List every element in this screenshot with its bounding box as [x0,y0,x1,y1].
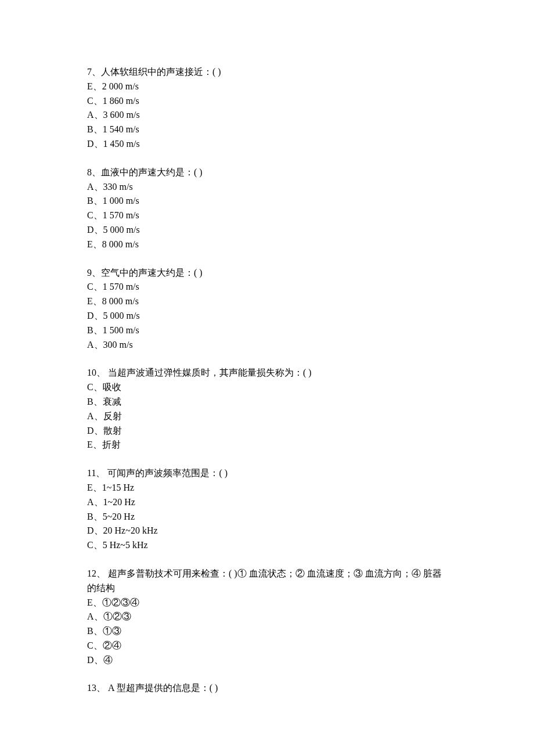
opt-letter: E [87,296,93,306]
option: B、1 540 m/s [87,123,447,137]
opt-letter: A [87,611,94,621]
option: D、1 450 m/s [87,137,447,152]
opt-letter: A [87,411,94,421]
option: C、1 570 m/s [87,208,447,223]
page-content: 7、人体软组织中的声速接近：( ) E、2 000 m/s C、1 860 m/… [0,0,534,744]
option: A、330 m/s [87,180,447,195]
q-number: 7 [87,67,92,77]
opt-text: 反射 [103,411,122,421]
question-text: 7、人体软组织中的声速接近：( ) [87,65,447,80]
opt-letter: E [87,81,93,91]
option: B、5~20 Hz [87,510,447,524]
opt-text: 5~20 Hz [103,512,135,521]
opt-letter: A [87,497,94,507]
option: A、3 600 m/s [87,108,447,123]
q-number: 13 [87,683,96,693]
option: A、1~20 Hz [87,495,447,510]
opt-text: ①③ [103,626,121,636]
opt-letter: B [87,397,93,406]
opt-letter: C [87,382,93,392]
opt-letter: D [87,525,94,535]
opt-letter: D [87,311,94,321]
opt-letter: A [87,340,94,350]
opt-letter: C [87,540,93,550]
q-body: 超声多普勒技术可用来检查：( )① 血流状态；② 血流速度；③ 血流方向；④ 脏… [87,568,442,593]
question-7: 7、人体软组织中的声速接近：( ) E、2 000 m/s C、1 860 m/… [87,65,447,152]
opt-text: 300 m/s [103,340,133,350]
opt-letter: C [87,640,93,650]
question-text: 11、 可闻声的声波频率范围是：( ) [87,466,447,481]
option: E、折射 [87,438,447,452]
question-text: 12、 超声多普勒技术可用来检查：( )① 血流状态；② 血流速度；③ 血流方向… [87,567,447,596]
q-number: 8 [87,167,92,177]
question-8: 8、血液中的声速大约是：( ) A、330 m/s B、1 000 m/s C、… [87,165,447,252]
option: A、反射 [87,409,447,424]
opt-letter: D [87,426,94,435]
option: C、吸收 [87,380,447,395]
question-11: 11、 可闻声的声波频率范围是：( ) E、1~15 Hz A、1~20 Hz … [87,466,447,553]
option: E、8 000 m/s [87,294,447,309]
opt-text: 5 Hz~5 kHz [103,540,148,550]
opt-letter: A [87,110,94,120]
opt-text: ④ [103,655,113,665]
opt-text: 衰减 [103,397,121,406]
option: B、衰减 [87,395,447,409]
opt-text: 3 600 m/s [103,110,140,120]
opt-letter: D [87,225,94,235]
question-text: 8、血液中的声速大约是：( ) [87,165,447,180]
question-text: 10、 当超声波通过弹性媒质时，其声能量损失称为：( ) [87,366,447,380]
opt-text: 1 570 m/s [103,210,139,220]
q-number: 12 [87,568,96,578]
opt-text: 20 Hz~20 kHz [103,525,158,535]
option: B、1 000 m/s [87,194,447,208]
option: B、①③ [87,624,447,639]
question-10: 10、 当超声波通过弹性媒质时，其声能量损失称为：( ) C、吸收 B、衰减 A… [87,366,447,452]
option: D、5 000 m/s [87,223,447,237]
opt-letter: B [87,325,93,335]
q-number: 9 [87,268,92,278]
option: E、1~15 Hz [87,481,447,495]
opt-letter: C [87,96,93,106]
opt-letter: B [87,512,93,521]
opt-letter: B [87,196,93,206]
opt-text: ①②③ [103,611,131,621]
opt-letter: C [87,210,93,220]
opt-letter: E [87,239,93,249]
q-body: A 型超声提供的信息是：( ) [106,683,218,693]
opt-text: 2 000 m/s [102,81,139,91]
option: D、20 Hz~20 kHz [87,524,447,538]
opt-text: 8 000 m/s [102,239,139,249]
opt-text: ②④ [103,640,121,650]
opt-text: 1 540 m/s [103,124,139,134]
opt-text: 1 000 m/s [103,196,139,206]
question-text: 13、 A 型超声提供的信息是：( ) [87,681,447,696]
opt-text: 1~15 Hz [102,483,134,492]
option: C、5 Hz~5 kHz [87,538,447,553]
opt-text: 1 860 m/s [103,96,139,106]
question-9: 9、空气中的声速大约是：( ) C、1 570 m/s E、8 000 m/s … [87,266,447,352]
option: C、1 860 m/s [87,94,447,109]
opt-text: 330 m/s [103,182,133,192]
option: C、1 570 m/s [87,280,447,294]
option: A、300 m/s [87,338,447,352]
q-body: 空气中的声速大约是：( ) [101,268,203,278]
opt-letter: E [87,597,93,607]
opt-letter: B [87,626,93,636]
option: D、5 000 m/s [87,309,447,323]
opt-letter: D [87,655,94,665]
q-number: 11 [87,468,96,478]
question-text: 9、空气中的声速大约是：( ) [87,266,447,280]
q-body: 当超声波通过弹性媒质时，其声能量损失称为：( ) [106,368,312,377]
option: A、①②③ [87,610,447,624]
opt-text: 吸收 [103,382,121,392]
option: D、散射 [87,424,447,438]
option: B、1 500 m/s [87,323,447,338]
opt-letter: B [87,124,93,134]
option: C、②④ [87,639,447,653]
opt-text: 折射 [102,440,121,449]
opt-text: 8 000 m/s [102,296,139,306]
opt-text: 1~20 Hz [103,497,135,507]
option: E、2 000 m/s [87,80,447,94]
option: E、8 000 m/s [87,237,447,252]
opt-letter: D [87,139,94,149]
